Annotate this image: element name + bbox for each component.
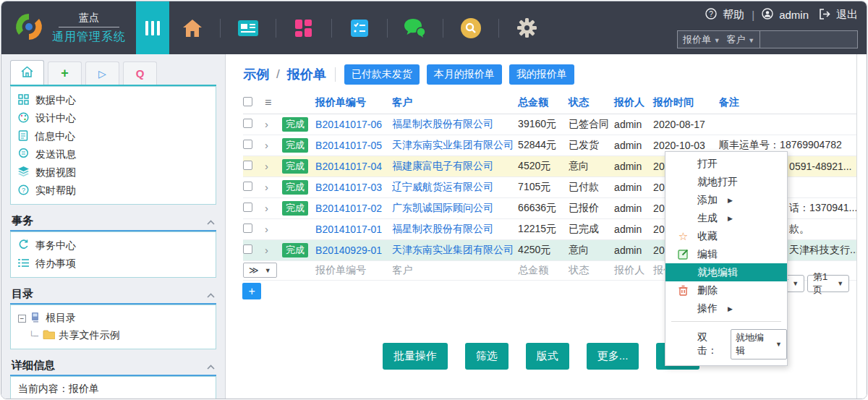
customer-link[interactable]: 福建康富电子有限公司 bbox=[392, 160, 493, 171]
quote-code-link[interactable]: B20140929-01 bbox=[315, 244, 382, 256]
quick-filter-button-0[interactable]: 已付款未发货 bbox=[344, 64, 420, 85]
row-expand-icon[interactable]: › bbox=[265, 181, 268, 193]
person-cell: admin bbox=[614, 197, 653, 218]
search-input[interactable] bbox=[760, 34, 867, 45]
row-expand-icon[interactable]: › bbox=[265, 160, 268, 172]
context-menu-item-7[interactable]: 删除 bbox=[665, 281, 787, 299]
tab-run[interactable]: ▷ bbox=[85, 61, 119, 85]
quote-code-link[interactable]: B20141017-04 bbox=[315, 161, 382, 172]
customer-link[interactable]: 天津东南实业集团有限公司 bbox=[392, 139, 514, 150]
quote-code-link[interactable]: B20141017-05 bbox=[315, 140, 382, 151]
action-button-2[interactable]: 版式 bbox=[526, 343, 569, 370]
quick-filter-button-1[interactable]: 本月的报价单 bbox=[427, 64, 502, 85]
dblclick-setting-row: 双击：就地编辑 ▼ bbox=[665, 325, 787, 362]
column-header[interactable]: 总金额 bbox=[518, 92, 569, 114]
transaction-item-label: 待办事项 bbox=[35, 258, 76, 271]
column-header[interactable]: 客户 bbox=[392, 92, 518, 114]
customer-link[interactable]: 广东凯诚国际顾问公司 bbox=[392, 202, 493, 213]
search-scope-dropdown-2[interactable]: 客户 ▼ bbox=[726, 33, 760, 46]
row-checkbox[interactable] bbox=[243, 182, 252, 191]
row-checkbox[interactable] bbox=[243, 119, 252, 128]
trash-icon bbox=[677, 284, 689, 297]
tree-collapse-icon[interactable]: − bbox=[18, 315, 26, 323]
help-link[interactable]: 帮助 bbox=[723, 8, 744, 22]
column-config-icon[interactable]: ≡ bbox=[265, 96, 271, 108]
row-checkbox[interactable] bbox=[243, 140, 252, 149]
context-menu-item-5[interactable]: 编辑 bbox=[665, 245, 787, 263]
context-menu-item-6[interactable]: 就地编辑 bbox=[665, 263, 787, 281]
chat-icon[interactable] bbox=[392, 19, 438, 38]
context-menu-item-0[interactable]: 打开 bbox=[665, 155, 787, 173]
checklist-icon[interactable] bbox=[336, 20, 383, 37]
row-expand-icon[interactable]: › bbox=[265, 244, 268, 256]
customer-link[interactable]: 天津东南实业集团有限公司 bbox=[392, 244, 514, 255]
context-menu-item-3[interactable]: 生成▶ bbox=[665, 209, 787, 227]
gear-icon[interactable] bbox=[503, 18, 550, 38]
collapse-icon[interactable] bbox=[207, 359, 215, 372]
quote-code-link[interactable]: B20141017-02 bbox=[315, 203, 382, 214]
dblclick-action-dropdown[interactable]: 就地编辑 ▼ bbox=[731, 329, 787, 359]
row-checkbox[interactable] bbox=[243, 161, 252, 170]
row-expand-icon[interactable]: › bbox=[265, 139, 268, 151]
row-expand-icon[interactable]: › bbox=[265, 223, 268, 235]
logout-icon[interactable] bbox=[819, 9, 830, 22]
tab-search[interactable]: Q bbox=[123, 61, 157, 85]
tab-home[interactable] bbox=[10, 60, 44, 85]
footer-expander-dropdown[interactable]: ≫▼ bbox=[243, 263, 277, 278]
search-scope-dropdown-1[interactable]: 报价单 ▼ bbox=[678, 33, 726, 46]
customer-link[interactable]: 福星制衣股份有限公司 bbox=[392, 118, 493, 129]
column-header[interactable]: 状态 bbox=[569, 92, 614, 114]
quick-filter-button-2[interactable]: 我的报价单 bbox=[509, 64, 574, 85]
breadcrumb-parent[interactable]: 示例 bbox=[243, 66, 269, 83]
sidebar-transaction-item-1[interactable]: 待办事项 bbox=[18, 255, 208, 273]
quote-code-link[interactable]: B20141017-01 bbox=[315, 224, 382, 235]
row-expand-icon[interactable]: › bbox=[265, 202, 268, 214]
page-number-dropdown[interactable]: 第1页▼ bbox=[807, 275, 849, 292]
time-cell: 2020-08-17 bbox=[653, 114, 719, 135]
sidebar-quick-item-0[interactable]: 数据中心 bbox=[18, 91, 208, 109]
action-button-3[interactable]: 更多... bbox=[587, 343, 639, 370]
column-header[interactable]: 报价人 bbox=[614, 92, 653, 114]
tree-node-shared-folder[interactable]: └-- 共享文件示例 bbox=[18, 327, 208, 344]
customer-link[interactable]: 福星制衣股份有限公司 bbox=[392, 223, 493, 234]
row-expand-icon[interactable]: › bbox=[265, 118, 268, 130]
customer-link[interactable]: 辽宁威航货运有限公司 bbox=[392, 181, 493, 192]
context-menu-item-8[interactable]: 操作▶ bbox=[665, 299, 787, 318]
action-button-1[interactable]: 筛选 bbox=[465, 343, 509, 370]
collapse-icon[interactable] bbox=[207, 288, 215, 300]
sidebar-transaction-item-0[interactable]: 事务中心 bbox=[18, 237, 208, 255]
context-menu-item-1[interactable]: 就地打开 bbox=[665, 173, 787, 191]
context-menu-item-4[interactable]: ☆收藏 bbox=[665, 227, 787, 245]
action-button-0[interactable]: 批量操作 bbox=[383, 343, 448, 370]
collapse-icon[interactable] bbox=[207, 215, 215, 227]
amount-cell: 4520元 bbox=[518, 156, 569, 176]
sidebar-quick-item-1[interactable]: 设计中心 bbox=[18, 109, 208, 127]
menu-icon[interactable] bbox=[136, 1, 169, 54]
row-checkbox[interactable] bbox=[243, 224, 252, 233]
help-icon[interactable]: ? bbox=[705, 8, 717, 22]
quote-code-link[interactable]: B20141017-06 bbox=[315, 119, 382, 130]
column-header[interactable]: 报价时间 bbox=[653, 92, 719, 114]
status-cell: 已签合同 bbox=[569, 114, 614, 135]
select-all-checkbox[interactable] bbox=[243, 97, 252, 106]
column-header[interactable]: 报价单编号 bbox=[315, 92, 392, 114]
logout-link[interactable]: 退出 bbox=[836, 8, 858, 22]
context-menu-item-2[interactable]: 添加▶ bbox=[665, 191, 787, 209]
row-checkbox[interactable] bbox=[243, 203, 252, 212]
username[interactable]: admin bbox=[779, 9, 809, 21]
add-record-button[interactable]: + bbox=[242, 283, 261, 299]
column-header[interactable]: 备注 bbox=[719, 92, 856, 114]
sidebar-quick-item-4[interactable]: 数据视图 bbox=[18, 163, 208, 182]
tree-node-root[interactable]: − 根目录 bbox=[18, 310, 208, 327]
home-icon[interactable] bbox=[169, 18, 216, 38]
grid-icon[interactable] bbox=[281, 20, 327, 37]
sidebar-quick-item-2[interactable]: 信息中心 bbox=[18, 127, 208, 145]
search-circle-icon[interactable] bbox=[448, 18, 494, 38]
card-icon[interactable] bbox=[225, 20, 271, 36]
quote-code-link[interactable]: B20141017-03 bbox=[315, 182, 382, 193]
row-checkbox[interactable] bbox=[243, 244, 252, 254]
table-row[interactable]: ›完成B20141017-06福星制衣股份有限公司39160元已签合同admin… bbox=[243, 114, 856, 135]
sidebar-quick-item-3[interactable]: 发送讯息 bbox=[18, 145, 208, 163]
sidebar-quick-item-5[interactable]: ?实时帮助 bbox=[18, 182, 208, 200]
tab-add[interactable]: + bbox=[48, 61, 82, 85]
